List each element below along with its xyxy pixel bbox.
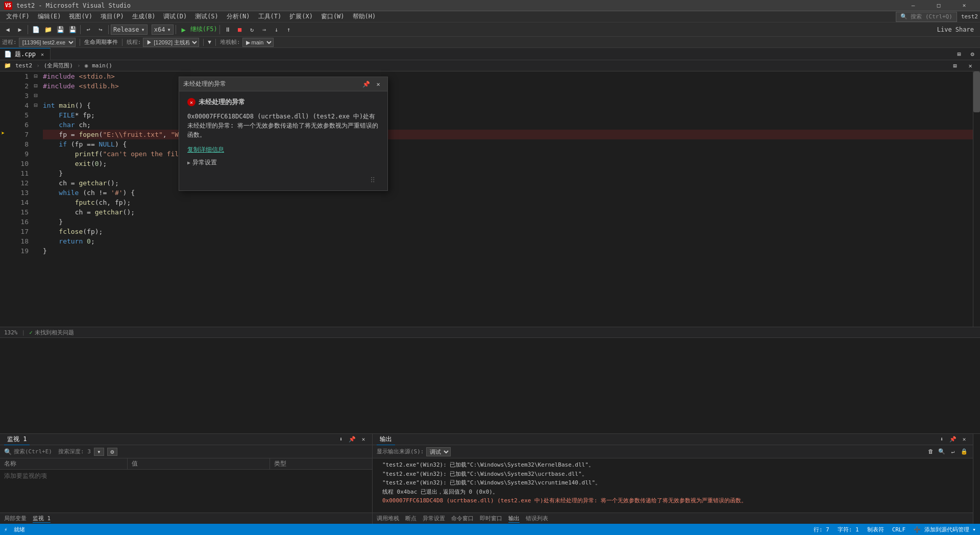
continue-button[interactable]: ▶ — [178, 24, 189, 35]
output-clear-button[interactable]: 🗑 — [926, 447, 935, 456]
redo-button[interactable]: ↪ — [95, 24, 106, 35]
watch-add-item[interactable]: 添加要监视的项 — [0, 470, 372, 482]
stack-select[interactable]: ▶ main — [242, 38, 274, 47]
watch-panel-header-right: ⬇ 📌 ✕ — [336, 435, 368, 444]
menu-window[interactable]: 窗口(W) — [317, 11, 349, 22]
output-wrap-button[interactable]: ↵ — [948, 447, 958, 456]
menu-edit[interactable]: 编辑(E) — [34, 11, 65, 22]
watch-panel-header: 监视 1 ⬇ 📌 ✕ — [0, 434, 372, 445]
watch-close-button[interactable]: ✕ — [359, 435, 368, 444]
new-file-button[interactable]: 📄 — [30, 24, 41, 35]
status-char: 字符: 1 — [838, 526, 859, 533]
output-line-2: "test2.exe"(Win32): 已加载"C:\Windows\Syste… — [377, 470, 969, 479]
tab-close-button[interactable]: ✕ — [39, 51, 46, 58]
menu-file[interactable]: 文件(F) — [2, 11, 34, 22]
lifecycle-button[interactable]: 生命周期事件 — [84, 38, 118, 46]
copy-details-link[interactable]: 复制详细信息 — [187, 145, 379, 154]
exception-settings-section[interactable]: ▶ 异常设置 — [187, 158, 379, 167]
menu-test[interactable]: 测试(S) — [191, 11, 223, 22]
split-editor-button[interactable]: ⊞ — [953, 48, 965, 60]
config-dropdown[interactable]: Release ▾ — [111, 25, 148, 35]
undo-button[interactable]: ↩ — [83, 24, 94, 35]
dialog-pin-button[interactable]: 📌 — [361, 79, 371, 89]
status-icon: ⚡ — [4, 526, 8, 533]
breadcrumb-file[interactable]: test2 — [15, 62, 32, 69]
output-bottom-tab[interactable]: 输出 — [508, 515, 520, 523]
dialog-close-button[interactable]: ✕ — [373, 79, 383, 89]
output-pin-button[interactable]: 📌 — [948, 435, 958, 444]
status-encoding: CRLF — [892, 526, 906, 533]
back-button[interactable]: ◀ — [2, 24, 13, 35]
chevron-down-icon-2: ▾ — [167, 26, 171, 33]
status-ready-label: 就绪 — [14, 526, 25, 533]
watch-filter-button[interactable]: ▾ — [94, 448, 104, 456]
no-issues-label: 未找到相关问题 — [35, 329, 74, 336]
output-close-button[interactable]: ✕ — [960, 435, 969, 444]
menu-help[interactable]: 帮助(H) — [349, 11, 380, 22]
watch-pin-button[interactable]: 📌 — [348, 435, 357, 444]
title-bar-controls: — □ ✕ — [901, 0, 976, 11]
close-button[interactable]: ✕ — [952, 0, 976, 11]
menu-view[interactable]: 视图(V) — [65, 11, 96, 22]
scrollbar-thumb[interactable] — [973, 71, 980, 112]
live-share-button[interactable]: Live Share — [937, 26, 974, 33]
expand-editor-button[interactable]: ⊞ — [949, 60, 961, 71]
stop-button[interactable]: ■ — [234, 24, 246, 35]
search-placeholder: 搜索 (Ctrl+Q) — [911, 13, 952, 20]
menu-analyze[interactable]: 分析(N) — [223, 11, 254, 22]
breadcrumb-sep-2: › — [77, 62, 81, 69]
toolbar-sep-4 — [176, 25, 176, 34]
open-button[interactable]: 📁 — [42, 24, 54, 35]
platform-dropdown[interactable]: x64 ▾ — [152, 25, 174, 35]
immediate-window-tab[interactable]: 即时窗口 — [480, 515, 502, 522]
local-vars-tab[interactable]: 局部变量 — [4, 515, 27, 522]
thread-select[interactable]: ▶ [12092] 主线程 — [143, 38, 199, 47]
menu-build[interactable]: 生成(B) — [128, 11, 160, 22]
error-list-tab[interactable]: 错误列表 — [526, 515, 548, 522]
call-stack-tab[interactable]: 调用堆栈 — [377, 515, 399, 522]
pause-button[interactable]: ⏸ — [222, 24, 233, 35]
editor-scrollbar[interactable] — [973, 71, 980, 327]
watch-settings-button[interactable]: ⚙ — [107, 448, 117, 456]
output-scrollbar[interactable] — [973, 434, 980, 524]
filter-button[interactable]: ▼ — [208, 39, 211, 45]
menu-extensions[interactable]: 扩展(X) — [285, 11, 317, 22]
breadcrumb-scope[interactable]: (全局范围) — [44, 62, 73, 69]
watch-tab[interactable]: 监视 1 — [4, 434, 30, 445]
title-bar-left: VS test2 - Microsoft Visual Studio — [4, 2, 131, 10]
output-tab[interactable]: 输出 — [377, 434, 395, 445]
watch-collapse-button[interactable]: ⬇ — [336, 435, 346, 444]
editor-status-row: 132% | ✓ 未找到相关问题 — [0, 327, 980, 338]
dialog-title: 未经处理的异常 — [183, 80, 226, 88]
maximize-button[interactable]: □ — [927, 0, 950, 11]
step-into-button[interactable]: ↓ — [271, 24, 282, 35]
command-window-tab[interactable]: 命令窗口 — [451, 515, 474, 522]
step-out-button[interactable]: ↑ — [283, 24, 295, 35]
forward-button[interactable]: ▶ — [14, 24, 26, 35]
tab-bar-actions: ⊞ ⚙ — [951, 48, 980, 60]
output-collapse-button[interactable]: ⬇ — [937, 435, 946, 444]
save-button[interactable]: 💾 — [55, 24, 66, 35]
menu-project[interactable]: 项目(P) — [96, 11, 128, 22]
menu-tools[interactable]: 工具(T) — [254, 11, 286, 22]
save-all-button[interactable]: 💾 — [67, 24, 78, 35]
settings-button[interactable]: ⚙ — [967, 48, 978, 60]
process-select[interactable]: [11396] test2.exe — [19, 38, 76, 47]
add-to-source-button[interactable]: ➕ 添加到源代码管理 ▾ — [914, 526, 976, 533]
breadcrumb-func-name[interactable]: main() — [92, 62, 112, 69]
restart-button[interactable]: ↻ — [247, 24, 258, 35]
exception-settings-tab[interactable]: 异常设置 — [423, 515, 445, 522]
close-editor-button[interactable]: ✕ — [965, 60, 976, 71]
status-bar-right: 行: 7 字符: 1 制表符 CRLF ➕ 添加到源代码管理 ▾ — [814, 526, 976, 533]
watch-col-type-header: 类型 — [270, 458, 372, 469]
menu-debug[interactable]: 调试(D) — [159, 11, 191, 22]
watch-col-value-header: 值 — [128, 458, 270, 469]
watch1-tab[interactable]: 监视 1 — [33, 515, 51, 523]
breakpoints-tab[interactable]: 断点 — [405, 515, 416, 522]
tab-code-file[interactable]: 📄 题.cpp ✕ — [0, 48, 51, 60]
output-find-button[interactable]: 🔍 — [937, 447, 946, 456]
minimize-button[interactable]: — — [901, 0, 925, 11]
output-source-select[interactable]: 调试 — [426, 447, 451, 456]
output-lock-button[interactable]: 🔒 — [960, 447, 969, 456]
step-over-button[interactable]: ⇒ — [259, 24, 270, 35]
